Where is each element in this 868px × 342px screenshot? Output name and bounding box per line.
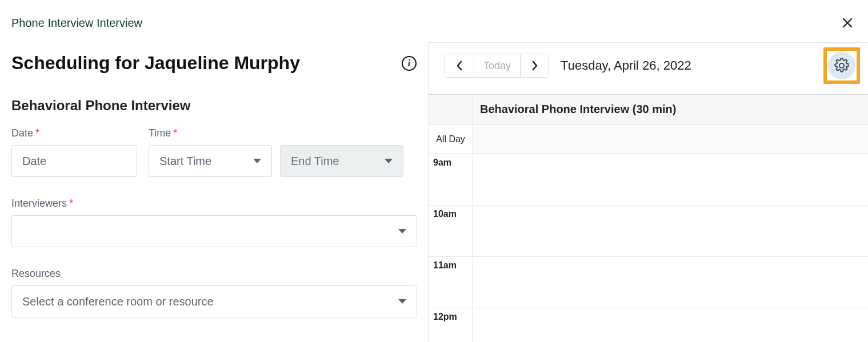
calendar-date-display: Tuesday, April 26, 2022 [561, 58, 691, 73]
calendar-hour-cell[interactable] [473, 257, 868, 308]
calendar-next-button[interactable] [520, 54, 549, 77]
calendar-hour-cell[interactable] [473, 308, 868, 342]
gear-icon [834, 58, 849, 73]
resources-label: Resources [11, 268, 417, 280]
chevron-down-icon [398, 229, 406, 234]
calendar-prev-button[interactable] [445, 54, 474, 77]
chevron-down-icon [253, 159, 261, 163]
resources-placeholder: Select a conference room or resource [22, 295, 214, 308]
calendar-hour-cell[interactable] [473, 154, 868, 205]
calendar-hour-cell[interactable] [473, 206, 868, 256]
chevron-left-icon [456, 61, 463, 71]
calendar-hour-label: 11am [429, 257, 473, 308]
end-time-select[interactable]: End Time [280, 145, 403, 177]
calendar-body: 9am 10am 11am 12pm [429, 154, 868, 342]
date-placeholder: Date [22, 155, 46, 168]
breadcrumb: Phone Interview Interview [11, 17, 142, 30]
start-time-select[interactable]: Start Time [149, 145, 272, 177]
interviewers-select[interactable] [11, 215, 417, 247]
date-label: Date* [11, 127, 137, 139]
page-title: Scheduling for Jaqueline Murphy [11, 53, 300, 74]
interviewers-label: Interviewers* [11, 198, 417, 210]
close-button[interactable] [838, 14, 857, 32]
start-time-placeholder: Start Time [159, 155, 211, 168]
calendar-today-button[interactable]: Today [474, 54, 520, 77]
section-title: Behavioral Phone Interview [11, 98, 417, 114]
highlight-box [823, 47, 860, 84]
calendar-settings-button[interactable] [828, 52, 855, 79]
chevron-right-icon [531, 61, 538, 71]
calendar-hour-label: 12pm [429, 308, 473, 342]
close-icon [842, 17, 853, 29]
calendar-all-day-label: All Day [429, 124, 473, 154]
calendar-hour-label: 9am [429, 154, 473, 205]
calendar-all-day-cell[interactable] [473, 124, 868, 154]
calendar-time-column-header [429, 95, 473, 124]
end-time-placeholder: End Time [291, 155, 339, 168]
calendar-column-header: Behavioral Phone Interview (30 min) [473, 95, 868, 124]
info-icon[interactable]: i [402, 56, 417, 71]
calendar-hour-label: 10am [429, 206, 473, 256]
date-input[interactable]: Date [11, 145, 137, 177]
chevron-down-icon [398, 299, 406, 304]
resources-select[interactable]: Select a conference room or resource [11, 285, 417, 317]
chevron-down-icon [385, 159, 393, 163]
time-label: Time* [149, 127, 403, 139]
